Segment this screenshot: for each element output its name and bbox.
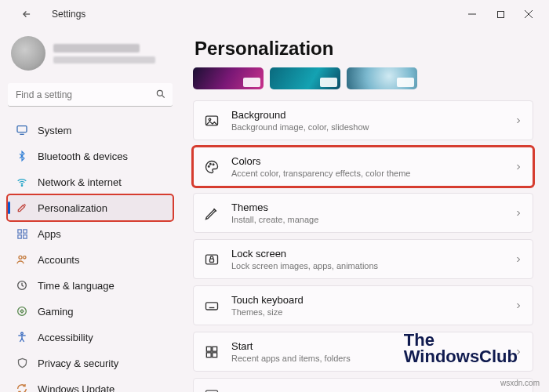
card-title: Touch keyboard xyxy=(231,294,503,306)
sidebar-item-label: Bluetooth & devices xyxy=(38,151,128,162)
svg-point-19 xyxy=(209,118,211,121)
sidebar-item-bluetooth[interactable]: Bluetooth & devices xyxy=(8,143,173,169)
svg-rect-31 xyxy=(213,347,217,351)
sidebar-item-label: Privacy & security xyxy=(38,358,118,369)
card-themes[interactable]: Themes Install, create, manage xyxy=(193,193,533,233)
wifi-icon xyxy=(16,176,28,188)
card-title: Taskbar xyxy=(231,390,523,393)
picture-icon xyxy=(203,112,220,129)
update-icon xyxy=(16,383,28,392)
gaming-icon xyxy=(16,305,28,318)
sidebar-item-accounts[interactable]: Accounts xyxy=(8,247,173,272)
minimize-button[interactable] xyxy=(458,3,486,25)
theme-thumb[interactable] xyxy=(270,67,340,89)
svg-point-16 xyxy=(18,307,27,316)
sidebar-item-label: Time & language xyxy=(38,280,115,292)
chevron-right-icon xyxy=(514,301,523,310)
chevron-right-icon xyxy=(514,255,523,264)
svg-point-17 xyxy=(21,332,24,335)
pen-icon xyxy=(203,205,220,222)
theme-thumb[interactable] xyxy=(347,67,417,89)
svg-point-14 xyxy=(24,256,26,259)
sidebar-item-privacy[interactable]: Privacy & security xyxy=(8,350,173,376)
keyboard-icon xyxy=(203,297,220,314)
palette-icon xyxy=(203,158,220,176)
clock-globe-icon xyxy=(16,279,28,292)
page-title: Personalization xyxy=(195,38,533,60)
taskbar-icon xyxy=(203,387,220,392)
svg-rect-32 xyxy=(206,352,211,357)
svg-rect-10 xyxy=(23,229,26,232)
card-start[interactable]: Start Recent apps and items, folders xyxy=(193,332,533,372)
card-title: Lock screen xyxy=(231,248,503,260)
card-title: Start xyxy=(231,340,503,352)
card-subtitle: Recent apps and items, folders xyxy=(231,354,503,363)
sidebar-item-label: Apps xyxy=(38,228,61,240)
sidebar-item-network[interactable]: Network & internet xyxy=(8,169,173,194)
back-button[interactable] xyxy=(13,3,41,25)
sidebar-item-label: Accessibility xyxy=(38,332,93,343)
sidebar-item-accessibility[interactable]: Accessibility xyxy=(8,325,173,350)
brush-icon xyxy=(16,201,28,214)
chevron-right-icon xyxy=(514,162,523,172)
card-title: Background xyxy=(231,109,503,121)
svg-rect-1 xyxy=(497,11,504,17)
profile-name xyxy=(53,44,140,53)
chevron-right-icon xyxy=(514,116,523,125)
maximize-button[interactable] xyxy=(486,3,514,25)
card-background[interactable]: Background Background image, color, slid… xyxy=(193,100,533,140)
close-button[interactable] xyxy=(514,3,543,25)
card-title: Themes xyxy=(231,201,503,213)
svg-rect-24 xyxy=(210,259,214,262)
chevron-right-icon xyxy=(514,209,523,218)
people-icon xyxy=(16,253,28,266)
theme-thumb[interactable] xyxy=(193,67,264,89)
sidebar-item-label: Gaming xyxy=(38,306,74,318)
card-lockscreen[interactable]: Lock screen Lock screen images, apps, an… xyxy=(193,239,533,279)
svg-rect-30 xyxy=(206,347,211,351)
sidebar-item-label: Personalization xyxy=(38,202,107,214)
sidebar-item-update[interactable]: Windows Update xyxy=(8,376,173,392)
theme-thumbnails xyxy=(193,67,533,89)
bluetooth-icon xyxy=(16,150,28,162)
window-title: Settings xyxy=(52,9,85,20)
card-touchkeyboard[interactable]: Touch keyboard Themes, size xyxy=(193,285,533,325)
sidebar-item-label: Windows Update xyxy=(38,383,115,393)
sidebar-item-personalization[interactable]: Personalization xyxy=(8,195,173,220)
svg-point-13 xyxy=(19,256,22,259)
svg-rect-33 xyxy=(213,352,217,357)
main-panel: Personalization Background Background im… xyxy=(180,28,549,392)
lockscreen-icon xyxy=(203,251,220,268)
svg-point-20 xyxy=(208,165,209,167)
card-taskbar[interactable]: Taskbar xyxy=(193,378,533,392)
card-title: Colors xyxy=(231,155,503,167)
card-subtitle: Lock screen images, apps, animations xyxy=(231,261,503,270)
svg-point-21 xyxy=(210,163,212,165)
sidebar-item-label: System xyxy=(38,125,71,136)
start-icon xyxy=(203,343,220,361)
accessibility-icon xyxy=(16,331,28,343)
svg-rect-12 xyxy=(23,234,26,238)
svg-rect-25 xyxy=(206,302,218,309)
card-colors[interactable]: Colors Accent color, transparency effect… xyxy=(193,147,533,187)
sidebar-item-gaming[interactable]: Gaming xyxy=(8,299,173,324)
sidebar-item-system[interactable]: System xyxy=(8,118,173,143)
card-subtitle: Themes, size xyxy=(231,307,503,317)
search-box[interactable] xyxy=(8,83,173,107)
titlebar: Settings xyxy=(0,0,549,28)
card-subtitle: Background image, color, slideshow xyxy=(231,122,503,132)
svg-line-5 xyxy=(162,95,164,97)
profile-block[interactable] xyxy=(8,33,173,75)
card-subtitle: Install, create, manage xyxy=(231,215,503,224)
svg-rect-6 xyxy=(17,126,27,132)
sidebar-item-label: Accounts xyxy=(38,254,79,266)
search-input[interactable] xyxy=(8,83,173,107)
sidebar-item-apps[interactable]: Apps xyxy=(8,221,173,246)
sidebar-item-time[interactable]: Time & language xyxy=(8,273,173,298)
apps-icon xyxy=(16,227,28,240)
sidebar: System Bluetooth & devices Network & int… xyxy=(0,28,180,392)
sidebar-item-label: Network & internet xyxy=(38,176,122,188)
nav-list: System Bluetooth & devices Network & int… xyxy=(8,118,173,392)
profile-email xyxy=(53,56,155,64)
settings-cards: Background Background image, color, slid… xyxy=(193,100,533,392)
